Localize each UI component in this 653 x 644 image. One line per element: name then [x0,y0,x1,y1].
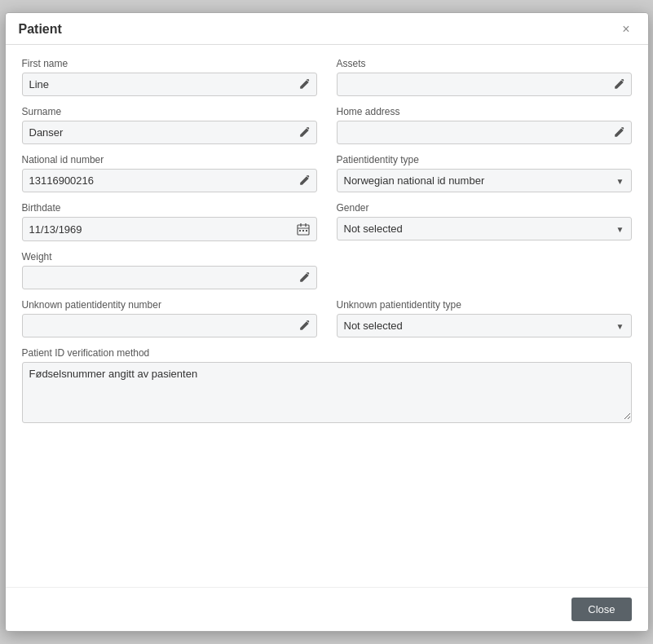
patient-identity-type-select[interactable]: Norwegian national id number Other [338,170,631,192]
gender-group: Gender Not selected Male Female Other ▼ [337,202,632,241]
patient-identity-type-select-wrapper: Norwegian national id number Other ▼ [337,169,632,192]
home-address-group: Home address [337,106,632,144]
surname-label: Surname [22,106,317,117]
assets-input-wrapper [337,73,632,96]
surname-group: Surname [22,106,317,144]
modal-overlay: Patient × First name [0,0,653,644]
unknown-patient-id-input[interactable] [23,315,292,337]
pencil-icon [298,320,310,332]
verification-group: Patient ID verification method Fødselsnu… [22,347,632,423]
patient-identity-type-group: Patientidentity type Norwegian national … [337,154,632,192]
assets-label: Assets [337,58,632,69]
unknown-patient-id-group: Unknown patientidentity number [22,299,317,337]
birthdate-input[interactable] [23,218,290,240]
surname-input-wrapper [22,121,317,144]
unknown-patient-type-select-wrapper: Not selected Other ▼ [337,314,632,337]
gender-select-wrapper: Not selected Male Female Other ▼ [337,217,632,240]
verification-textarea[interactable]: Fødselsnummer angitt av pasienten [23,363,631,420]
svg-rect-6 [306,230,307,232]
pencil-icon [298,79,310,90]
weight-edit-button[interactable] [292,267,316,289]
first-name-label: First name [22,58,317,69]
form-grid: First name Assets [22,58,632,433]
unknown-patient-type-select[interactable]: Not selected Other [338,315,631,337]
modal-body: First name Assets [6,45,648,587]
close-button[interactable]: Close [571,598,631,621]
modal-header: Patient × [6,13,648,45]
unknown-patient-id-edit-button[interactable] [292,315,316,337]
close-x-button[interactable]: × [617,21,634,37]
calendar-icon [297,223,310,236]
unknown-patient-type-group: Unknown patientidentity type Not selecte… [337,299,632,337]
gender-label: Gender [337,202,632,214]
first-name-edit-button[interactable] [292,74,316,95]
first-name-input-wrapper [22,73,317,96]
national-id-label: National id number [22,154,317,165]
home-address-edit-button[interactable] [607,122,631,143]
national-id-input-wrapper [22,169,317,192]
national-id-edit-button[interactable] [292,170,316,192]
unknown-patient-id-input-wrapper [22,314,317,337]
birthdate-group: Birthdate [22,202,317,241]
assets-edit-button[interactable] [607,74,631,95]
home-address-label: Home address [337,106,632,117]
pencil-icon [298,272,310,284]
weight-input[interactable] [23,267,292,289]
pencil-icon [613,79,624,90]
weight-spacer [337,251,632,289]
verification-label: Patient ID verification method [22,347,632,359]
patient-modal: Patient × First name [5,12,649,632]
patient-identity-type-label: Patientidentity type [337,154,632,165]
pencil-icon [298,127,310,139]
pencil-icon [613,127,624,139]
surname-input[interactable] [23,121,292,143]
verification-textarea-wrapper: Fødselsnummer angitt av pasienten [22,362,632,423]
unknown-patient-type-label: Unknown patientidentity type [337,299,632,311]
home-address-input[interactable] [338,121,607,143]
modal-footer: Close [6,587,648,631]
national-id-input[interactable] [23,170,292,192]
svg-rect-4 [299,230,301,232]
birthdate-calendar-button[interactable] [290,218,316,240]
gender-select[interactable]: Not selected Male Female Other [338,218,631,240]
assets-input[interactable] [338,73,607,95]
weight-input-wrapper [22,266,317,289]
national-id-group: National id number [22,154,317,192]
home-address-input-wrapper [337,121,632,144]
surname-edit-button[interactable] [292,122,316,143]
weight-group: Weight [22,251,317,289]
modal-title: Patient [19,22,62,37]
birthdate-label: Birthdate [22,202,317,214]
svg-rect-5 [302,230,304,232]
first-name-input[interactable] [23,73,292,95]
pencil-icon [298,175,310,187]
weight-label: Weight [22,251,317,262]
first-name-group: First name [22,58,317,96]
unknown-patient-id-label: Unknown patientidentity number [22,299,317,311]
birthdate-input-wrapper [22,217,317,241]
assets-group: Assets [337,58,632,96]
